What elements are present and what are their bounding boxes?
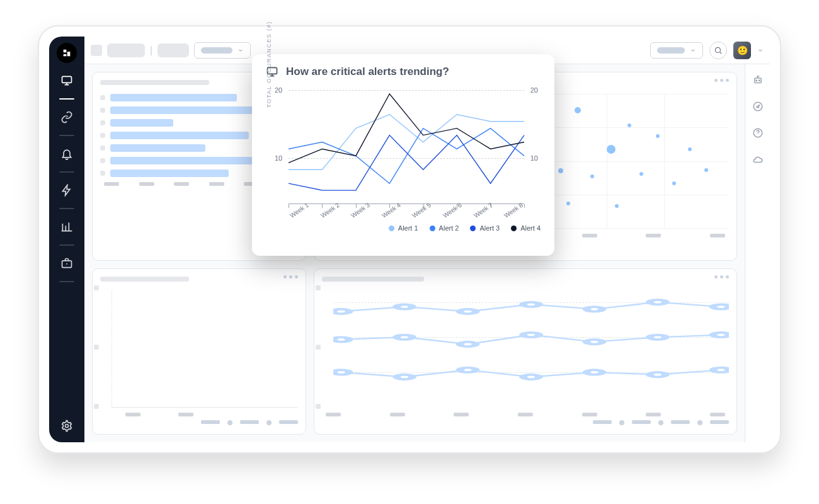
legend-swatch	[470, 226, 476, 231]
legend-label: Alert 2	[439, 224, 459, 232]
y-tick: 20	[530, 86, 538, 94]
y-ticks	[94, 285, 99, 409]
x-ticks	[322, 413, 729, 416]
breadcrumb-item[interactable]	[158, 43, 189, 57]
chart-icon[interactable]	[60, 220, 73, 233]
robot-icon[interactable]	[752, 74, 764, 88]
legend-label: Alert 3	[479, 224, 500, 232]
chart: TOTAL OCCURANCES (#) 20 20 10 10 Week 1W…	[289, 82, 524, 220]
legend-swatch	[430, 226, 435, 231]
popup-title: How are critical alerts trending?	[266, 66, 541, 78]
chevron-down-icon	[690, 47, 696, 54]
select-value	[657, 47, 685, 54]
legend-label: Alert 1	[398, 224, 418, 232]
svg-point-21	[523, 375, 539, 379]
y-tick: 20	[275, 86, 282, 94]
search-button[interactable]	[709, 42, 727, 59]
svg-point-2	[66, 425, 69, 428]
svg-rect-0	[62, 76, 72, 83]
svg-point-20	[460, 368, 476, 372]
breadcrumb-item[interactable]	[107, 43, 145, 57]
y-ticks	[316, 285, 321, 409]
svg-point-17	[713, 333, 729, 337]
nav-separator	[59, 135, 74, 136]
svg-point-16	[650, 335, 665, 340]
magnifier-icon	[714, 46, 723, 55]
card-menu[interactable]	[714, 275, 729, 278]
svg-point-11	[333, 337, 349, 341]
legend-item: Alert 3	[470, 224, 500, 232]
svg-point-15	[587, 340, 602, 344]
y-tick: 10	[275, 154, 282, 162]
y-tick: 10	[530, 154, 538, 162]
app-logo[interactable]	[57, 43, 77, 63]
svg-point-22	[587, 370, 602, 374]
svg-point-24	[713, 368, 729, 372]
trend-popup: How are critical alerts trending? TOTAL …	[252, 54, 554, 256]
legend-item: Alert 1	[389, 224, 418, 232]
svg-point-13	[460, 342, 476, 346]
chevron-down-icon	[238, 47, 244, 54]
svg-point-23	[650, 372, 665, 377]
svg-point-8	[587, 307, 602, 311]
link-icon[interactable]	[60, 111, 73, 123]
svg-point-9	[650, 300, 665, 304]
x-ticks	[100, 413, 298, 416]
cloud-icon[interactable]	[752, 154, 764, 168]
nav-separator	[59, 244, 74, 246]
svg-point-26	[756, 80, 757, 81]
svg-point-6	[460, 309, 476, 314]
card-legend	[100, 420, 298, 425]
x-categories: Week 1Week 2Week 3Week 4Week 5Week 6Week…	[289, 214, 524, 220]
card-menu[interactable]	[714, 79, 729, 82]
bars-plot	[112, 290, 298, 408]
compass-icon[interactable]	[752, 101, 764, 115]
svg-point-4	[333, 309, 349, 314]
card-legend	[322, 420, 729, 425]
card-title	[100, 80, 209, 85]
svg-point-27	[759, 80, 760, 81]
card-lines	[314, 268, 737, 435]
svg-point-7	[523, 302, 539, 307]
svg-point-5	[396, 304, 412, 309]
breadcrumb-home-icon[interactable]	[91, 45, 102, 56]
plot-area	[289, 87, 524, 204]
svg-point-12	[396, 335, 412, 340]
legend-swatch	[511, 226, 517, 231]
nav-active-underline	[59, 98, 74, 100]
legend-item: Alert 4	[511, 224, 541, 232]
monitor-icon[interactable]	[60, 74, 73, 87]
bolt-icon[interactable]	[60, 184, 73, 197]
svg-point-3	[715, 47, 720, 52]
select-value	[201, 47, 232, 54]
avatar[interactable]: 🙂	[733, 42, 751, 59]
legend-item: Alert 2	[430, 224, 459, 232]
top-select[interactable]	[650, 42, 703, 59]
briefcase-icon[interactable]	[60, 257, 73, 270]
card-menu[interactable]	[284, 275, 298, 278]
svg-point-10	[713, 304, 729, 309]
lines-plot	[333, 290, 729, 408]
svg-point-18	[333, 370, 349, 374]
y-axis-label: TOTAL OCCURANCES (#)	[266, 21, 272, 108]
left-nav	[49, 37, 84, 442]
nav-separator	[59, 171, 74, 173]
chevron-down-icon[interactable]	[757, 47, 764, 54]
gear-icon[interactable]	[60, 420, 73, 432]
chart-legend: Alert 1Alert 2Alert 3Alert 4	[266, 224, 541, 232]
svg-point-19	[396, 375, 412, 379]
right-rail	[745, 64, 770, 442]
breadcrumb-select[interactable]	[194, 42, 251, 59]
nav-separator	[59, 281, 74, 282]
card-bars	[92, 268, 306, 435]
popup-title-text: How are critical alerts trending?	[286, 66, 449, 78]
nav-separator	[59, 208, 74, 209]
bell-icon[interactable]	[60, 147, 73, 160]
help-icon[interactable]	[752, 127, 764, 141]
card-title	[322, 277, 424, 282]
breadcrumb: |	[91, 42, 251, 59]
legend-label: Alert 4	[520, 224, 541, 232]
legend-swatch	[389, 226, 394, 231]
svg-point-14	[523, 333, 539, 337]
card-title	[100, 277, 189, 282]
